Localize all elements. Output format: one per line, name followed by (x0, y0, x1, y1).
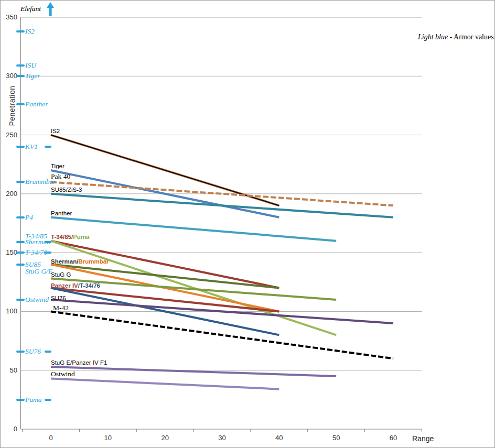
y-tick-label: 250 (0, 132, 17, 139)
series-label-part: Puma (73, 234, 89, 240)
series-label-M-42: M-42 (53, 304, 69, 312)
series-label-part: Sherman (51, 258, 77, 265)
y-axis-title: Penetration (8, 80, 16, 132)
armor-label-P4: P4 (25, 214, 33, 221)
armor-label-SU76: SU76 (25, 348, 41, 355)
y-tick-label: 300 (0, 72, 17, 80)
arrow-up-icon (46, 2, 55, 17)
armor-label-Panther: Panther (25, 101, 48, 108)
chart-canvas: Penetration Range Light blue - Armor val… (0, 0, 495, 448)
series-label-part: Panther (51, 210, 72, 216)
series-line-StuG E/Panzer IV F1 (51, 367, 336, 376)
armor-label-ISU: ISU (25, 62, 36, 69)
armor-dash (16, 30, 25, 32)
series-label-T-34/85: T-34/85/Puma (51, 233, 90, 241)
series-label-Ostwind: Ostwind (51, 370, 75, 378)
series-line-Ostwind (51, 378, 279, 389)
armor-dash (16, 252, 25, 254)
series-label-Pak 40: Pak 40 (51, 173, 70, 180)
armor-label-Ostwind: Ostwind (25, 296, 49, 303)
armor-dash (16, 399, 25, 401)
series-line-SU85/ZiS-3 (51, 194, 393, 217)
series-label-part: Brummbar (78, 258, 109, 265)
y-tick-label: 150 (0, 249, 17, 256)
series-label-Panther: Panther (51, 210, 72, 217)
armor-label-Puma: Puma (25, 396, 42, 403)
x-axis-title: Range (412, 434, 434, 443)
armor-dash (16, 75, 25, 77)
armor-label-StuG G/E: StuG G/E (25, 268, 52, 275)
legend-description: - Armor values (448, 33, 493, 41)
x-tick-label: 40 (268, 434, 289, 442)
series-label-SU76: SU76 (51, 294, 66, 302)
series-label-StuG E/Panzer IV F1: StuG E/Panzer IV F1 (51, 359, 107, 366)
x-tick-label: 20 (155, 434, 176, 442)
armor-label-T-34/76: T-34/76 (25, 249, 47, 256)
plot-area (1, 1, 495, 448)
armor-dash (16, 351, 25, 353)
armor-dash (16, 146, 25, 148)
y-tick-label: 0 (0, 425, 17, 433)
series-line-M-42 (51, 311, 393, 358)
armor-dash (16, 241, 25, 243)
legend-key-text: Light blue (418, 33, 448, 41)
y-tick-label: 200 (0, 190, 17, 198)
armor-dash (16, 264, 25, 266)
series-label-part: IS2 (51, 128, 60, 134)
armor-label-Tiger: Tiger (25, 72, 40, 80)
series-label-part: SU76 (51, 295, 66, 301)
x-tick-label: 50 (326, 434, 347, 442)
series-label-part: SU85/ZiS-3 (51, 187, 82, 193)
series-label-part: StuG G (51, 271, 71, 278)
y-tick-label: 50 (0, 367, 17, 374)
series-label-StuG G: StuG G (51, 271, 71, 278)
series-label-IS2: IS2 (51, 127, 60, 135)
armor-dash (16, 103, 25, 105)
legend: Light blue - Armor values (418, 33, 494, 41)
series-label-part: M-42 (53, 304, 69, 312)
armor-dash (45, 399, 51, 401)
series-label-Tiger: Tiger (51, 162, 64, 170)
series-label-Panzer IV: Panzer IV/T-34/76 (51, 282, 100, 289)
armor-label-KV1: KV1 (25, 143, 38, 150)
y-tick-label: 100 (0, 308, 17, 315)
armor-label-Sherman: Sherman (25, 238, 50, 246)
series-label-part: Pak 40 (51, 172, 70, 180)
armor-dash (16, 299, 25, 301)
series-label-part: Panzer IV (51, 282, 78, 289)
armor-label-IS2: IS2 (25, 28, 35, 35)
armor-dash (16, 181, 25, 183)
armor-dash (45, 146, 51, 148)
y-tick-label: 350 (0, 14, 17, 21)
series-label-part: T-34/76 (80, 282, 100, 289)
series-label-SU85/ZiS-3: SU85/ZiS-3 (51, 186, 82, 193)
armor-label-elefant: Elefant (20, 5, 41, 13)
x-tick-label: 30 (211, 434, 232, 442)
x-tick-label: 0 (40, 434, 61, 442)
x-tick-label: 60 (383, 434, 404, 442)
series-label-part: T-34/85/ (51, 234, 73, 240)
series-label-part: Ostwind (51, 370, 75, 378)
x-tick-label: 10 (98, 434, 119, 442)
armor-dash (16, 64, 25, 67)
armor-dash (16, 216, 25, 218)
series-line-Panther (51, 217, 336, 241)
series-label-part: StuG E/Panzer IV F1 (51, 359, 107, 366)
series-label-part: Tiger (51, 163, 64, 169)
armor-dash (45, 351, 51, 353)
series-label-Sherman: Sherman/Brummbar (51, 258, 109, 265)
